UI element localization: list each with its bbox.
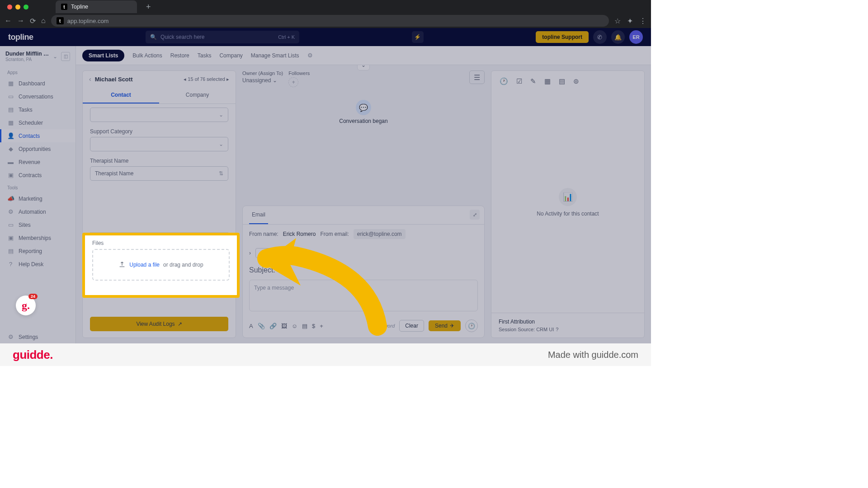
star-icon[interactable]: ☆ [614, 17, 621, 25]
followers-label: Followers [288, 70, 310, 76]
sidebar-item-conversations[interactable]: ▭Conversations [0, 90, 75, 103]
cc-button[interactable]: CC [255, 248, 273, 258]
tab-tasks[interactable]: Tasks [198, 52, 212, 59]
sidebar-item-helpdesk[interactable]: ?Help Desk [0, 258, 75, 271]
sidebar-item-marketing[interactable]: 📣Marketing [0, 192, 75, 205]
help-icon[interactable]: ? [556, 327, 558, 332]
filter-button[interactable]: ☰ [469, 70, 485, 84]
image-icon[interactable]: 🖼 [281, 323, 287, 329]
collapse-icon[interactable]: ⤢ [470, 210, 480, 220]
expand-chevron-icon[interactable]: ⌄ [357, 65, 370, 70]
upload-file-link[interactable]: Upload a file [129, 262, 160, 268]
schedule-icon[interactable]: 🕐 [465, 319, 478, 332]
no-activity: 📊 No Activity for this contact [491, 92, 644, 313]
sidebar-item-scheduler[interactable]: ▦Scheduler [0, 116, 75, 129]
contact-pager[interactable]: ◂ 15 of 76 selected ▸ [184, 76, 229, 82]
edit-icon[interactable]: ✎ [530, 77, 536, 85]
sidebar-item-dashboard[interactable]: ▦Dashboard [0, 77, 75, 90]
chevron-right-icon: › [249, 250, 251, 256]
email-tab[interactable]: Email [249, 206, 268, 224]
new-tab-button[interactable]: + [146, 2, 151, 12]
forward-icon[interactable]: → [17, 17, 24, 25]
file-dropzone[interactable]: Upload a file or drag and drop [92, 249, 230, 281]
gear-icon[interactable]: ⚙ [307, 52, 313, 59]
sidebar-item-contracts[interactable]: ▣Contracts [0, 169, 75, 182]
tab-smart-lists[interactable]: Smart Lists [82, 50, 124, 61]
home-icon[interactable]: ⌂ [41, 17, 46, 25]
back-chevron-icon[interactable]: ‹ [89, 75, 91, 83]
menu-icon[interactable]: ⋮ [639, 17, 646, 25]
tab-contact[interactable]: Contact [83, 87, 159, 103]
sidebar-item-sites[interactable]: ▭Sites [0, 218, 75, 231]
url-favicon-icon: t [57, 17, 64, 24]
bolt-button[interactable]: ⚡ [412, 31, 424, 43]
send-button[interactable]: Send✈ [429, 320, 461, 331]
unnamed-select[interactable]: ⌄ [90, 108, 228, 122]
to-row: › CC BCC [243, 244, 484, 263]
panel-toggle-icon[interactable]: ◫ [61, 52, 70, 61]
attach-icon[interactable]: 📎 [258, 323, 265, 329]
reload-icon[interactable]: ⟳ [30, 17, 36, 25]
tab-company[interactable]: Company [219, 52, 242, 59]
conv-began-text: Conversation began [242, 118, 485, 124]
guidde-logo: guidde. [13, 348, 53, 362]
link-icon[interactable]: 🔗 [269, 323, 277, 329]
owner-select[interactable]: Unassigned⌄ [242, 77, 283, 84]
sidebar-item-memberships[interactable]: ▣Memberships [0, 231, 75, 244]
back-icon[interactable]: ← [5, 17, 12, 25]
from-row: From name: Erick Romero From email: eric… [243, 225, 484, 244]
url-text: app.topline.com [67, 18, 109, 24]
sidebar: Dunder Mifflin [D... Scranton, PA ⌄ ◫ Ap… [0, 46, 76, 343]
minimize-window-icon[interactable] [15, 5, 20, 9]
sidebar-item-reporting[interactable]: ▤Reporting [0, 244, 75, 258]
phone-icon[interactable]: ✆ [593, 30, 607, 44]
conversation-panel: ⌄ Owner (Assign To) Unassigned⌄ Follower… [242, 70, 485, 338]
tab-company-inner[interactable]: Company [159, 87, 236, 103]
conversations-icon: ▭ [7, 93, 14, 100]
note-icon[interactable]: ▤ [559, 77, 565, 85]
plus-icon[interactable]: + [320, 323, 323, 329]
sidebar-item-revenue[interactable]: ▬Revenue [0, 155, 75, 169]
support-category-select[interactable]: ⌄ [90, 137, 228, 151]
support-button[interactable]: topline Support [536, 31, 589, 43]
extensions-icon[interactable]: ✦ [627, 17, 633, 25]
therapist-select[interactable]: Therapist Name⇅ [90, 166, 228, 181]
add-follower-button[interactable]: + [288, 77, 298, 87]
memberships-icon: ▣ [7, 235, 14, 241]
guidde-badge[interactable]: g. 24 [16, 296, 36, 315]
sidebar-item-contacts[interactable]: 👤Contacts [0, 129, 75, 142]
tab-manage[interactable]: Manage Smart Lists [251, 52, 299, 59]
clear-button[interactable]: Clear [399, 320, 424, 332]
money-icon[interactable]: ⊚ [573, 77, 579, 85]
message-input[interactable]: Type a message [249, 280, 478, 311]
clock-icon[interactable]: 🕐 [500, 77, 508, 85]
emoji-icon[interactable]: ☺ [292, 323, 297, 329]
global-search[interactable]: 🔍 Quick search here Ctrl + K [146, 31, 299, 43]
user-avatar[interactable]: ER [629, 30, 643, 44]
sidebar-item-settings[interactable]: ⚙Settings [0, 330, 75, 343]
check-icon[interactable]: ☑ [516, 77, 522, 85]
bcc-button[interactable]: BCC [277, 248, 297, 258]
chevron-down-icon: ⌄ [273, 77, 277, 84]
close-window-icon[interactable] [7, 5, 12, 9]
browser-tab[interactable]: t Topline [56, 0, 137, 13]
section-apps: Apps [0, 66, 75, 77]
view-audit-logs-button[interactable]: View Audit Logs ↗ [90, 317, 228, 331]
dashboard-icon: ▦ [7, 80, 14, 87]
url-input[interactable]: t app.topline.com [51, 15, 609, 27]
dollar-icon[interactable]: $ [312, 323, 315, 329]
account-picker[interactable]: Dunder Mifflin [D... Scranton, PA ⌄ ◫ [0, 46, 75, 66]
sidebar-item-automation[interactable]: ⚙Automation [0, 205, 75, 218]
tab-restore[interactable]: Restore [170, 52, 189, 59]
calendar-icon[interactable]: ▦ [544, 77, 551, 85]
owner-box: Owner (Assign To) Unassigned⌄ [242, 70, 283, 84]
text-format-icon[interactable]: A [249, 323, 253, 329]
attribution-source: Session Source: CRM UI ? [499, 327, 637, 332]
sidebar-item-opportunities[interactable]: ◆Opportunities [0, 142, 75, 155]
bell-icon[interactable]: 🔔 [611, 30, 625, 44]
tab-bulk-actions[interactable]: Bulk Actions [132, 52, 162, 59]
sidebar-item-tasks[interactable]: ▤Tasks [0, 103, 75, 116]
guidde-g-icon: g. [22, 300, 30, 312]
maximize-window-icon[interactable] [24, 5, 28, 9]
template-icon[interactable]: ▤ [302, 323, 307, 329]
